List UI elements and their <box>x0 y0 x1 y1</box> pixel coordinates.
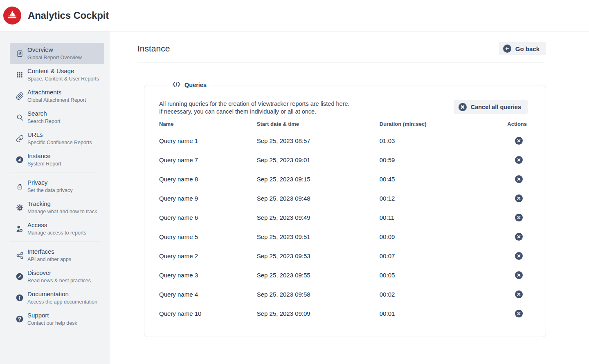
paperclip-icon <box>16 92 24 100</box>
sidebar-item-label: Access <box>27 221 86 229</box>
sidebar-item-interfaces[interactable]: InterfacesAPI and other apps <box>10 245 104 266</box>
arrow-left-circle-icon <box>503 45 511 53</box>
app-header: Analytics Cockpit <box>0 0 589 31</box>
sidebar-item-sublabel: Access the app documentation <box>27 299 97 305</box>
code-icon <box>172 81 181 89</box>
query-actions-cell <box>474 189 528 208</box>
cancel-query-button[interactable] <box>515 194 523 202</box>
query-name-cell: Query name 6 <box>159 208 257 227</box>
grid-icon <box>16 71 24 79</box>
queries-legend-label: Queries <box>184 82 207 88</box>
sidebar-item-sublabel: Manage what and how to track <box>27 209 97 215</box>
queries-table: Name Start date & time Duration (min:sec… <box>159 121 528 323</box>
sidebar-item-sublabel: Set the data privacy <box>27 188 72 194</box>
sidebar-nav: OverviewGlobal Report OverviewContent & … <box>0 31 110 364</box>
cancel-query-button[interactable] <box>515 252 523 260</box>
query-duration-cell: 00:02 <box>380 285 474 304</box>
lock-icon <box>16 182 24 190</box>
sidebar-item-sublabel: Search Report <box>27 118 61 125</box>
column-header-name: Name <box>159 121 257 131</box>
sidebar-item-sublabel: Read news & best practices <box>27 278 91 284</box>
cancel-query-button[interactable] <box>515 175 523 183</box>
sidebar-item-label: Instance <box>27 152 61 160</box>
sidebar-item-attachments[interactable]: AttachmentsGlobal Attachment Report <box>10 86 104 106</box>
sidebar-item-label: Interfaces <box>27 248 71 255</box>
cancel-query-button[interactable] <box>515 137 523 145</box>
x-circle-icon <box>515 252 523 260</box>
cancel-all-queries-button[interactable]: Cancel all queries <box>454 100 528 114</box>
search-icon <box>16 113 24 121</box>
queries-panel: Queries All running queries for the crea… <box>144 81 546 337</box>
x-circle-icon <box>515 137 523 145</box>
column-header-duration: Duration (min:sec) <box>380 121 474 131</box>
sidebar-item-overview[interactable]: OverviewGlobal Report Overview <box>10 43 104 64</box>
table-row: Query name 5Sep 25, 2023 09:5100:09 <box>159 227 528 246</box>
sidebar-item-privacy[interactable]: PrivacySet the data privacy <box>10 176 104 197</box>
cancel-query-button[interactable] <box>515 214 523 221</box>
sidebar-item-label: Search <box>27 110 61 117</box>
query-start-cell: Sep 25, 2023 09:09 <box>257 304 380 323</box>
sidebar-item-access[interactable]: AccessManage access to reports <box>10 219 104 239</box>
query-actions-cell <box>474 131 528 150</box>
query-duration-cell: 00:11 <box>380 208 474 227</box>
query-name-cell: Query name 10 <box>159 304 257 323</box>
cancel-query-button[interactable] <box>515 290 523 298</box>
table-row: Query name 3Sep 25, 2023 09:5500:05 <box>159 266 528 285</box>
sidebar-divider <box>10 241 100 241</box>
queries-panel-top: All running queries for the creation of … <box>159 100 528 115</box>
cancel-query-button[interactable] <box>515 156 523 164</box>
link-icon <box>16 134 24 143</box>
sidebar-item-text: URLsSpecific Confluence Reports <box>27 131 92 146</box>
query-start-cell: Sep 25, 2023 08:57 <box>257 131 380 150</box>
sidebar-item-urls[interactable]: URLsSpecific Confluence Reports <box>10 128 104 149</box>
cancel-query-button[interactable] <box>515 310 523 317</box>
cancel-query-button[interactable] <box>515 271 523 279</box>
query-duration-cell: 00:09 <box>380 227 474 246</box>
go-back-label: Go back <box>515 45 540 52</box>
table-row: Query name 8Sep 25, 2023 09:1500:45 <box>159 170 528 189</box>
query-actions-cell <box>474 246 528 266</box>
go-back-button[interactable]: Go back <box>499 42 546 55</box>
sidebar-item-documentation[interactable]: DocumentationAccess the app documentatio… <box>10 288 104 308</box>
sidebar-item-text: AccessManage access to reports <box>27 221 86 236</box>
query-start-cell: Sep 25, 2023 09:58 <box>257 285 380 304</box>
share-nodes-icon <box>16 251 24 259</box>
sidebar-item-sublabel: Global Report Overview <box>27 55 82 61</box>
histogram-logo-icon <box>6 9 18 22</box>
query-actions-cell <box>474 304 528 323</box>
x-circle-icon <box>515 156 523 164</box>
sidebar-item-label: URLs <box>27 131 92 138</box>
query-name-cell: Query name 4 <box>159 285 257 304</box>
sidebar-item-text: DiscoverRead news & best practices <box>27 269 91 284</box>
query-duration-cell: 00:59 <box>380 150 474 170</box>
table-row: Query name 2Sep 25, 2023 09:5300:07 <box>159 246 528 266</box>
chart-circle-icon <box>16 156 24 164</box>
query-duration-cell: 00:45 <box>380 170 474 189</box>
sidebar-item-tracking[interactable]: TrackingManage what and how to track <box>10 197 104 218</box>
sidebar-item-instance[interactable]: InstanceSystem Report <box>10 150 104 170</box>
query-start-cell: Sep 25, 2023 09:48 <box>257 189 380 208</box>
query-actions-cell <box>474 227 528 246</box>
x-circle-icon <box>515 233 523 241</box>
queries-description-line2: If necessary, you can cancel them indivi… <box>159 108 350 116</box>
sidebar-item-search[interactable]: SearchSearch Report <box>10 107 104 127</box>
sidebar-item-text: SupportContact our help desk <box>27 312 77 326</box>
query-start-cell: Sep 25, 2023 09:01 <box>257 150 380 170</box>
sidebar-item-sublabel: API and other apps <box>27 257 71 263</box>
sidebar-item-text: DocumentationAccess the app documentatio… <box>27 290 97 305</box>
sidebar-item-support[interactable]: SupportContact our help desk <box>10 309 104 329</box>
x-circle-icon <box>515 271 523 279</box>
queries-description: All running queries for the creation of … <box>159 100 350 115</box>
x-circle-icon <box>515 175 523 183</box>
cancel-query-button[interactable] <box>515 233 523 241</box>
sidebar-item-sublabel: Global Attachment Report <box>27 97 86 103</box>
sidebar-item-content-usage[interactable]: Content & UsageSpace, Content & User Rep… <box>10 65 104 85</box>
query-duration-cell: 00:12 <box>380 189 474 208</box>
table-row: Query name 7Sep 25, 2023 09:0100:59 <box>159 150 528 170</box>
sidebar-item-sublabel: Specific Confluence Reports <box>27 140 92 146</box>
sidebar-item-discover[interactable]: DiscoverRead news & best practices <box>10 266 104 287</box>
gear-icon <box>16 203 24 212</box>
cancel-all-queries-label: Cancel all queries <box>471 104 521 110</box>
compass-icon <box>16 272 24 281</box>
sidebar-item-sublabel: System Report <box>27 161 61 167</box>
